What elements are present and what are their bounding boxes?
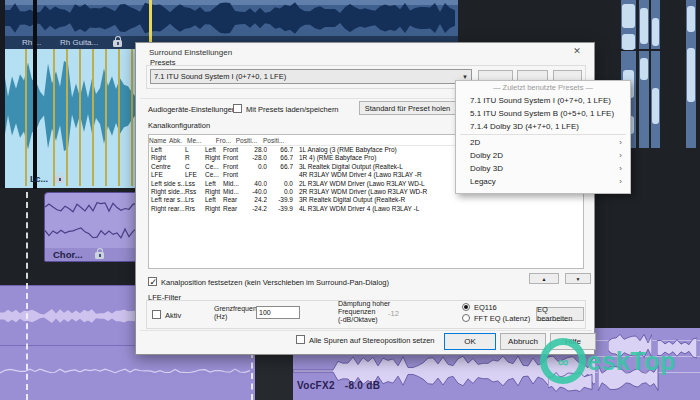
- clip-gap: [255, 352, 293, 400]
- cell-name: Right rear...: [149, 205, 185, 213]
- track-label[interactable]: Rh Guita...: [60, 36, 98, 49]
- cell-name: Right: [149, 154, 185, 162]
- audio-clip-strip[interactable]: [0, 285, 137, 345]
- cell-pos1: [243, 171, 267, 179]
- stereo-position-label[interactable]: Alle Spuren auf Stereoposition setzen: [309, 336, 435, 345]
- track-label[interactable]: Rh ...: [22, 36, 41, 49]
- menu-item-folder[interactable]: 2D ›: [456, 136, 630, 149]
- waveform: [0, 294, 137, 338]
- load-with-presets-checkbox[interactable]: [233, 104, 242, 113]
- cell-meter: Right: [205, 205, 223, 213]
- arrow-up-icon: ▲: [542, 276, 547, 282]
- waveform-thumb: [687, 48, 695, 102]
- lock-icon[interactable]: [55, 176, 64, 183]
- waveform-thumb: [640, 58, 648, 80]
- waveform: [45, 193, 137, 248]
- close-icon[interactable]: ✕: [569, 45, 585, 58]
- range-marker-line: [251, 352, 253, 400]
- cell-meter: Right: [205, 188, 223, 196]
- clip-label[interactable]: Chor...: [53, 249, 83, 260]
- clip-label[interactable]: Lc...: [30, 174, 48, 184]
- column-header[interactable]: Positi...: [231, 135, 257, 145]
- move-down-button[interactable]: ▼: [565, 273, 591, 284]
- menu-item-preset[interactable]: 5.1 ITU Sound System B (0+5+0, 1 LFE): [456, 107, 630, 120]
- menu-item-folder[interactable]: Dolby 3D ›: [456, 162, 630, 175]
- menu-item-label: Dolby 2D: [470, 149, 503, 162]
- cell-meter: Left: [205, 146, 223, 154]
- cutoff-label-2: (Hz): [214, 313, 227, 320]
- menu-item-preset[interactable]: 7.1 ITU Sound System I (0+7+0, 1 LFE): [456, 94, 630, 107]
- workspace-edge: [0, 0, 5, 188]
- preset-combobox-value: 7.1 ITU Sound System I (0+7+0, 1 LFE): [154, 72, 286, 81]
- desktop-watermark: ∞ eskTop: [540, 338, 676, 384]
- eq116-radio[interactable]: [462, 303, 470, 311]
- cell-pos2: 66.7: [267, 154, 293, 162]
- cell-front: Rear: [223, 196, 243, 204]
- cell-pos2: 0.0: [267, 188, 293, 196]
- lfe-active-checkbox[interactable]: [152, 310, 161, 319]
- fft-eq-radio[interactable]: [462, 314, 470, 322]
- cell-front: Front: [223, 163, 243, 171]
- damping-label-3: (-dB/Oktave): [338, 316, 378, 323]
- ok-button[interactable]: OK: [444, 333, 496, 350]
- cell-pos2: 0.0: [267, 180, 293, 188]
- waveform-thumb: [640, 8, 648, 44]
- cell-abbr: Lss: [185, 180, 205, 188]
- menu-item-folder[interactable]: Dolby 2D ›: [456, 149, 630, 162]
- cutoff-frequency-input[interactable]: [256, 306, 300, 319]
- cell-name: Left rear s...: [149, 196, 185, 204]
- column-header[interactable]: Abk.: [169, 135, 187, 145]
- waveform-thumb: [687, 6, 695, 32]
- move-up-button[interactable]: ▲: [529, 273, 559, 284]
- audio-clip-chor[interactable]: Chor...: [44, 192, 137, 262]
- audio-device-label[interactable]: Audiogeräte-Einstellungen:: [148, 105, 238, 114]
- watermark-logo-icon: ∞: [540, 338, 586, 384]
- playhead[interactable]: [33, 0, 37, 189]
- standard-preset-button[interactable]: Standard für Preset holen: [359, 101, 456, 115]
- load-with-presets-label[interactable]: Mit Presets laden/speichern: [246, 105, 339, 114]
- stereo-position-checkbox[interactable]: [296, 335, 305, 344]
- lfe-active-label[interactable]: Aktiv: [165, 311, 181, 320]
- grid-marker-line: [66, 49, 68, 186]
- cell-pos2: -39.9: [267, 205, 293, 213]
- chevron-down-icon[interactable]: ▼: [459, 74, 471, 80]
- eq-edit-button[interactable]: EQ bearbeiten: [536, 307, 584, 321]
- fft-eq-label[interactable]: FFT EQ (Latenz): [474, 314, 530, 323]
- column-header[interactable]: Name: [149, 135, 169, 145]
- lock-icon[interactable]: [95, 252, 104, 259]
- clip-gain: -8.0 dB: [345, 380, 380, 391]
- audio-clip-top[interactable]: [0, 0, 458, 36]
- infinity-icon: ∞: [558, 353, 569, 370]
- cell-name: Right side...: [149, 188, 185, 196]
- submenu-arrow-icon: ›: [619, 162, 622, 175]
- cell-meter: Left: [205, 196, 223, 204]
- preset-combobox[interactable]: 7.1 ITU Sound System I (0+7+0, 1 LFE) ▼: [150, 69, 472, 84]
- fix-position-label[interactable]: Kanalposition festsetzen (kein Verschieb…: [161, 278, 389, 287]
- cell-abbr: Rss: [185, 188, 205, 196]
- cell-pos1: 0.0: [243, 163, 267, 171]
- cell-pos2: 66.7: [267, 163, 293, 171]
- column-header[interactable]: Me...: [187, 135, 207, 145]
- clip-label[interactable]: VocFX2-8.0 dB: [297, 380, 390, 391]
- cell-front: Front: [223, 171, 243, 179]
- cell-meter: Left: [205, 180, 223, 188]
- menu-item-folder[interactable]: Legacy ›: [456, 175, 630, 188]
- submenu-arrow-icon: ›: [619, 149, 622, 162]
- lock-icon[interactable]: [113, 40, 122, 47]
- cell-abbr: Lrs: [185, 196, 205, 204]
- eq116-label[interactable]: EQ116: [474, 303, 497, 312]
- menu-item-preset[interactable]: 7.1.4 Dolby 3D (4+7+0, 1 LFE): [456, 120, 630, 133]
- cell-name: Left: [149, 146, 185, 154]
- cell-device: 4L R3LAY WDM Driver 4 (Lawo R3LAY -L: [293, 205, 583, 213]
- cell-pos1: 24.2: [243, 196, 267, 204]
- dialog-title: Surround Einstellungen: [149, 48, 232, 57]
- cell-meter: Right: [205, 154, 223, 162]
- table-row[interactable]: Left rear s... Lrs Left Rear 24.2 -39.9 …: [149, 196, 583, 204]
- cell-meter: Ce...: [205, 171, 223, 179]
- cell-front: Rear: [223, 205, 243, 213]
- cell-pos1: 40.0: [243, 180, 267, 188]
- table-row[interactable]: Right rear... Rrs Right Rear -24.2 -39.9…: [149, 205, 583, 213]
- waveform: [0, 0, 458, 36]
- fix-position-checkbox[interactable]: [148, 277, 157, 286]
- column-header[interactable]: Fro...: [207, 135, 231, 145]
